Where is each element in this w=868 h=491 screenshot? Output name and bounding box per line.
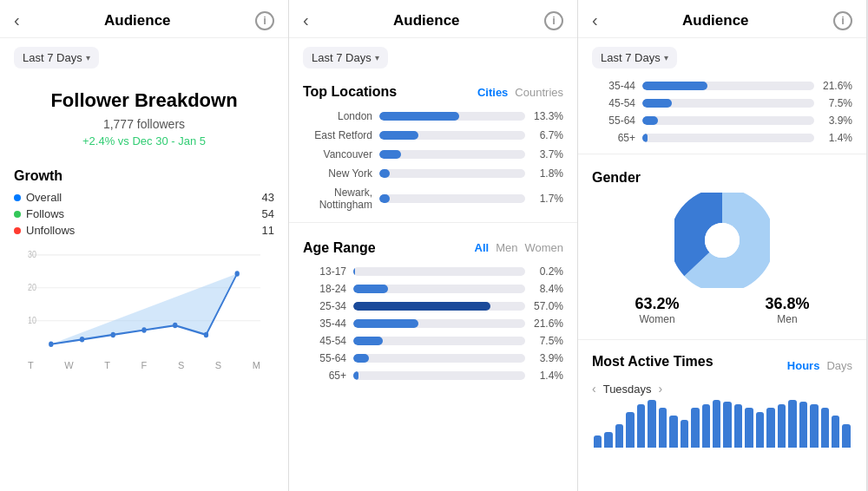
unfollows-dot [14, 227, 21, 234]
city-name-london: London [303, 110, 372, 122]
active-bar-23 [842, 424, 850, 448]
tab-countries[interactable]: Countries [515, 86, 563, 99]
tab-women[interactable]: Women [524, 241, 563, 254]
city-pct-london: 13.3% [532, 110, 563, 122]
age-bar-1317 [353, 267, 355, 276]
age-bar-track-1317 [353, 267, 525, 276]
age-list-continued: 35-44 21.6% 45-54 7.5% 55-64 3.9% [578, 74, 866, 147]
active-bar-9 [691, 408, 699, 448]
city-row-london: London 13.3% [289, 107, 577, 126]
current-day: Tuesdays [603, 383, 652, 396]
panel3-title: Audience [682, 12, 749, 29]
follows-label: Follows [26, 207, 64, 220]
legend-overall: Overall 43 [14, 191, 274, 204]
age-label-65plus: 65+ [303, 370, 346, 382]
city-row-newyork: New York 1.8% [289, 164, 577, 183]
svg-point-11 [173, 323, 177, 329]
age-row-4554: 45-54 7.5% [289, 332, 577, 350]
growth-chart: 30 20 10 [14, 245, 274, 358]
panel2-title: Audience [393, 12, 460, 29]
date-filter-button-2[interactable]: Last 7 Days ▾ [303, 47, 388, 69]
svg-text:20: 20 [28, 282, 36, 292]
tab-hours[interactable]: Hours [787, 359, 820, 372]
age-pct-3544-p3: 21.6% [821, 80, 852, 92]
most-active-header: Most Active Times Hours Days [592, 354, 852, 376]
chart-label-f: F [141, 360, 148, 370]
active-bar-7 [669, 416, 677, 448]
age-bar-65plus [353, 371, 358, 380]
active-bar-4 [637, 404, 645, 448]
most-active-section: Most Active Times Hours Days ‹ Tuesdays … [578, 347, 866, 448]
active-bar-19 [799, 402, 807, 448]
age-bar-track-2534 [353, 302, 525, 311]
svg-point-13 [235, 271, 240, 277]
gender-men-pct: 36.8% [765, 295, 809, 313]
back-button-3[interactable]: ‹ [592, 10, 598, 30]
panel-1: ‹ Audience i Last 7 Days ▾ Follower Brea… [0, 0, 289, 491]
city-pct-eastretford: 6.7% [532, 129, 563, 141]
age-pct-1824: 8.4% [532, 283, 563, 295]
age-pct-2534: 57.0% [532, 300, 563, 312]
active-bars [592, 396, 852, 448]
chart-x-labels: T W T F S S M [14, 358, 274, 370]
svg-marker-6 [51, 274, 237, 344]
tab-all[interactable]: All [475, 241, 490, 254]
next-day-button[interactable]: › [659, 382, 663, 396]
info-icon[interactable]: i [255, 11, 274, 30]
panel1-header: ‹ Audience i [0, 0, 288, 38]
age-row-3544: 35-44 21.6% [289, 315, 577, 332]
city-bar-track-newyork [379, 169, 525, 178]
age-label-5564: 55-64 [303, 352, 346, 364]
back-button[interactable]: ‹ [14, 10, 20, 30]
chevron-down-icon: ▾ [86, 53, 90, 62]
age-label-3544: 35-44 [303, 318, 346, 330]
active-bar-11 [713, 400, 720, 448]
info-icon-3[interactable]: i [833, 11, 852, 30]
city-bar-track-eastretford [379, 131, 525, 140]
gender-women: 63.2% Women [635, 295, 679, 325]
divider-1 [289, 222, 577, 223]
age-pct-5564: 3.9% [532, 352, 563, 364]
date-filter-button[interactable]: Last 7 Days ▾ [14, 47, 99, 69]
overall-label: Overall [26, 191, 62, 204]
gender-men-name: Men [765, 313, 809, 325]
age-row-4554-p3: 45-54 7.5% [578, 95, 866, 112]
follower-change: +2.4% vs Dec 30 - Jan 5 [14, 134, 274, 147]
chart-label-t2: T [104, 360, 110, 370]
svg-text:10: 10 [28, 315, 36, 325]
gender-chart [592, 193, 852, 288]
active-bar-10 [702, 404, 710, 448]
gender-women-pct: 63.2% [635, 295, 679, 313]
tab-days[interactable]: Days [826, 359, 852, 372]
active-bar-22 [832, 416, 839, 448]
active-bar-5 [648, 400, 655, 448]
age-bar-track-65plus-p3 [642, 134, 814, 142]
age-list: 13-17 0.2% 18-24 8.4% 25-34 57.0% [289, 263, 577, 384]
panel1-content: Last 7 Days ▾ Follower Breakdown 1,777 f… [0, 38, 288, 491]
active-bar-20 [810, 404, 818, 448]
prev-day-button[interactable]: ‹ [592, 382, 596, 396]
svg-point-10 [141, 327, 146, 333]
panel2-header: ‹ Audience i [289, 0, 577, 38]
chart-label-m: M [253, 360, 260, 370]
tab-men[interactable]: Men [496, 241, 517, 254]
active-bar-16 [766, 408, 774, 448]
follower-count: 1,777 followers [14, 117, 274, 131]
age-label-5564-p3: 55-64 [592, 115, 635, 127]
active-bar-1 [604, 432, 612, 448]
city-bar-vancouver [379, 150, 401, 159]
active-bar-6 [659, 408, 667, 448]
active-time-nav: ‹ Tuesdays › [592, 382, 852, 396]
active-bar-8 [681, 420, 688, 448]
age-label-3544-p3: 35-44 [592, 80, 635, 92]
chevron-down-icon-3: ▾ [664, 53, 668, 62]
date-filter-button-3[interactable]: Last 7 Days ▾ [592, 47, 677, 69]
back-button-2[interactable]: ‹ [303, 10, 309, 30]
info-icon-2[interactable]: i [544, 11, 563, 30]
city-pct-newark: 1.7% [532, 193, 563, 205]
date-filter-label: Last 7 Days [23, 51, 82, 64]
tab-cities[interactable]: Cities [477, 86, 508, 99]
follows-dot [14, 211, 21, 218]
city-pct-vancouver: 3.7% [532, 148, 563, 160]
gender-section: Gender 63.2% Women 36.8% Men [578, 161, 866, 332]
